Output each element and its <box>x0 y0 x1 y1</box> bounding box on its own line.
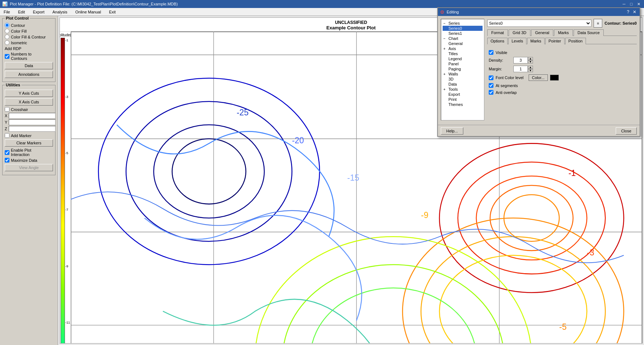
tree-print[interactable]: Print <box>443 97 483 102</box>
dialog-help-icon[interactable]: ? <box>625 9 631 15</box>
at-segments-label: At segments <box>496 83 518 88</box>
density-down-btn[interactable]: ▼ <box>528 60 533 63</box>
crosshair-label: Crosshair <box>11 107 28 112</box>
tree-series0[interactable]: Series0 <box>443 26 483 31</box>
isometric-radio[interactable] <box>5 40 9 45</box>
series-select[interactable]: Series0 <box>487 20 591 27</box>
data-button[interactable]: Data <box>5 62 53 69</box>
numbers-to-contours-item: Numbers to Contours <box>5 52 53 61</box>
editing-dialog[interactable]: ⚙ Editing ? ✕ − Series <box>437 7 640 137</box>
dialog-close-icon[interactable]: ✕ <box>632 9 637 15</box>
menu-analysis[interactable]: Analysis <box>50 9 70 15</box>
menu-exit[interactable]: Exit <box>107 9 118 15</box>
tab-general[interactable]: General <box>531 29 553 36</box>
density-row: Density: 3 ▲ ▼ <box>489 57 635 63</box>
maximize-button[interactable]: □ <box>628 1 635 7</box>
tab-marks[interactable]: Marks <box>554 29 573 36</box>
tree-legend[interactable]: Legend <box>443 56 483 61</box>
at-segments-checkbox[interactable] <box>489 83 493 88</box>
subtab-levels[interactable]: Levels <box>508 38 526 44</box>
contour-radio[interactable] <box>5 23 9 28</box>
dialog-close-button[interactable]: Close <box>616 127 637 135</box>
density-input[interactable]: 3 <box>513 57 528 63</box>
menu-edit[interactable]: Edit <box>16 9 27 15</box>
minimize-button[interactable]: ─ <box>621 1 627 7</box>
tree-data[interactable]: Data <box>443 82 483 87</box>
numbers-to-contours-checkbox[interactable] <box>5 54 9 59</box>
tree-3d[interactable]: 3D <box>443 77 483 82</box>
subtab-marks[interactable]: Marks <box>527 38 545 44</box>
y-coord-label: Y <box>5 120 7 124</box>
z-coord-label: Z <box>5 127 7 131</box>
subtab-options[interactable]: Options <box>487 38 508 44</box>
tree-titles[interactable]: Titles <box>443 51 483 56</box>
margin-input[interactable]: 1 <box>513 66 528 72</box>
margin-up-btn[interactable]: ▲ <box>528 66 533 69</box>
dialog-footer: Help... Close <box>438 125 640 136</box>
density-spinner: 3 ▲ ▼ <box>513 57 533 63</box>
title-bar-controls[interactable]: ─ □ ✕ <box>621 1 642 7</box>
numbers-to-contours-label: Numbers to Contours <box>11 52 32 61</box>
crosshair-checkbox[interactable] <box>5 107 9 112</box>
tree-series[interactable]: − Series <box>443 21 483 26</box>
top-tab-bar: Format Grid 3D General Marks Data Source <box>487 29 637 36</box>
tree-paging[interactable]: Paging <box>443 66 483 71</box>
tab-grid3d[interactable]: Grid 3D <box>509 29 530 36</box>
subtab-pointer[interactable]: Pointer <box>545 38 565 44</box>
font-color-level-label: Font Color level <box>496 75 524 80</box>
margin-down-btn[interactable]: ▼ <box>528 69 533 72</box>
visible-checkbox[interactable] <box>489 50 493 55</box>
maximize-data-item: Maximize Data <box>5 158 53 163</box>
menu-online-manual[interactable]: Online Manual <box>73 9 103 15</box>
annotations-button[interactable]: Annotations <box>5 71 53 78</box>
utilities-title: Utilities <box>5 83 21 87</box>
tree-chart[interactable]: − Chart <box>443 36 483 41</box>
tab-datasource[interactable]: Data Source <box>574 29 604 36</box>
font-color-level-checkbox[interactable] <box>489 75 493 80</box>
contour-label: Contour: Series0 <box>604 21 637 25</box>
menu-export[interactable]: Export <box>31 9 47 15</box>
z-coord-input[interactable] <box>9 126 56 132</box>
color-fill-radio[interactable] <box>5 29 9 33</box>
tree-axis[interactable]: + Axis <box>443 46 483 51</box>
x-coord-label: X <box>5 114 7 118</box>
tree-series1[interactable]: Series1 <box>443 31 483 36</box>
tree-general[interactable]: General <box>443 41 483 46</box>
tree-tools[interactable]: + Tools <box>443 87 483 92</box>
series-expander: − <box>443 21 448 25</box>
tree-themes[interactable]: Themes <box>443 102 483 107</box>
isometric-radio-item: Isometric <box>5 40 53 45</box>
tree-export[interactable]: Export <box>443 92 483 97</box>
y-coord-input[interactable] <box>9 119 56 125</box>
margin-row: Margin: 1 ▲ ▼ <box>489 66 635 72</box>
x-axis-cuts-button[interactable]: X Axis Cuts <box>5 98 53 106</box>
tree-walls[interactable]: + Walls <box>443 71 483 77</box>
anti-overlap-checkbox[interactable] <box>489 90 493 95</box>
margin-spinner: 1 ▲ ▼ <box>513 66 533 72</box>
x-coord-input[interactable] <box>9 113 56 119</box>
clear-markers-button[interactable]: Clear Markers <box>5 139 53 147</box>
maximize-data-checkbox[interactable] <box>5 158 9 163</box>
menu-file[interactable]: File <box>1 9 12 15</box>
dialog-window-controls[interactable]: ? ✕ <box>625 9 637 15</box>
chart-expander: − <box>443 37 448 41</box>
density-up-btn[interactable]: ▲ <box>528 57 533 60</box>
tab-format[interactable]: Format <box>487 29 508 36</box>
color-label-btn[interactable]: Color... <box>529 74 548 81</box>
color-swatch[interactable] <box>550 75 559 81</box>
anti-overlap-label: Anti overlap <box>496 90 517 95</box>
colorbar-ticks: -1 -3 -5 -7 -9 -11 -13 -15 -20 -25 -30 -… <box>65 38 70 344</box>
series-chart-icon: ≡ <box>597 21 599 25</box>
y-axis-cuts-button[interactable]: Y Axis Cuts <box>5 90 53 97</box>
help-button[interactable]: Help... <box>441 127 463 135</box>
maximize-data-label: Maximize Data <box>11 158 37 163</box>
close-button[interactable]: ✕ <box>635 1 642 7</box>
tree-panel-item[interactable]: Panel <box>443 61 483 66</box>
view-angle-button[interactable]: View Angle <box>5 164 53 171</box>
enable-plot-checkbox[interactable] <box>5 150 9 155</box>
svg-text:-15: -15 <box>347 173 359 182</box>
color-fill-contour-radio[interactable] <box>5 34 9 39</box>
subtab-position[interactable]: Position <box>565 38 586 44</box>
tree-series1-label: Series1 <box>448 31 462 36</box>
add-marker-checkbox[interactable] <box>5 133 9 138</box>
